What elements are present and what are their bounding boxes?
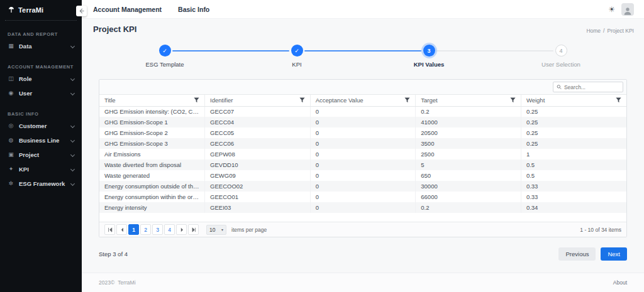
table-cell: 0: [310, 117, 416, 127]
sidebar-item-kpi[interactable]: ✦ KPI: [0, 162, 82, 176]
page-title: Project KPI: [93, 24, 136, 34]
column-header-target[interactable]: Target: [416, 95, 521, 106]
chevron-down-icon: [70, 44, 75, 48]
user-avatar[interactable]: [621, 3, 634, 16]
first-page-icon: [108, 227, 113, 232]
business-line-icon: ◍: [8, 138, 14, 143]
next-page-icon: [179, 227, 184, 232]
table-row[interactable]: GHG Emission intensity: (CO2, CH4)GECC07…: [99, 106, 626, 117]
column-label: Acceptance Value: [316, 97, 364, 104]
table-cell: 0.2: [416, 106, 521, 117]
filter-icon[interactable]: [404, 97, 410, 103]
table-cell: GHG Emission intensity: (CO2, CH4): [99, 106, 205, 117]
sidebar-section-account-management: ACCOUNT MANAGEMENT: [8, 64, 74, 70]
page-size-value: 10: [209, 227, 215, 233]
next-button[interactable]: Next: [601, 247, 627, 261]
sidebar-item-project[interactable]: ▣ Project: [0, 148, 82, 162]
nav-account-management[interactable]: Account Management: [93, 6, 162, 13]
step-1-check-icon[interactable]: ✓: [159, 45, 171, 57]
table-cell: 0.25: [521, 127, 626, 138]
table-cell: 0.5: [521, 160, 626, 170]
chevron-down-icon: [70, 77, 75, 81]
sidebar-item-data[interactable]: ▦ Data: [0, 39, 82, 53]
filter-icon[interactable]: [194, 97, 199, 103]
step-label: KPI Values: [391, 61, 467, 68]
copyright: 2023© TerraMi: [99, 279, 136, 286]
breadcrumb-home[interactable]: Home: [586, 28, 601, 34]
column-header-title[interactable]: Title: [99, 95, 205, 106]
esg-framework-icon: ✲: [8, 181, 14, 187]
app-logo[interactable]: TerraMi: [0, 0, 82, 19]
pager-prev-button[interactable]: [116, 224, 127, 235]
table-cell: Air Emissions: [99, 149, 205, 160]
sidebar-collapse-button[interactable]: [76, 6, 87, 16]
search-box[interactable]: [553, 82, 623, 92]
sidebar-item-esg-framework[interactable]: ✲ ESG Framework: [0, 176, 82, 191]
table-cell: 0: [310, 170, 416, 181]
table-row[interactable]: Energy consumption within the organizati…: [99, 192, 626, 202]
pager-page-4[interactable]: 4: [164, 224, 175, 235]
table-body: GHG Emission intensity: (CO2, CH4)GECC07…: [99, 106, 626, 213]
step-2-check-icon[interactable]: ✓: [291, 45, 303, 57]
table-row[interactable]: Air EmissionsGEPW08025001: [99, 149, 626, 160]
theme-toggle-sun-icon[interactable]: ☀: [608, 6, 615, 13]
step-3-circle[interactable]: 3: [423, 45, 435, 57]
table-row[interactable]: Energy consumption outside of the organi…: [99, 181, 626, 192]
search-input[interactable]: [564, 84, 619, 90]
column-header-weight[interactable]: Weight: [521, 95, 626, 106]
sidebar-item-business-line[interactable]: ◍ Business Line: [0, 133, 82, 148]
breadcrumb-current: Project KPI: [607, 28, 634, 34]
sidebar-item-customer[interactable]: ◎ Customer: [0, 119, 82, 133]
pager-first-button[interactable]: [104, 224, 115, 235]
table-cell: Energy intensity: [99, 202, 205, 213]
last-page-icon: [191, 227, 196, 232]
table-cell: 0.2: [416, 202, 521, 213]
sidebar-section-data-and-report: DATA AND REPORT: [8, 31, 74, 37]
table-cell: GHG Emission-Scope 1: [99, 117, 205, 127]
table-row[interactable]: GHG Emission-Scope 1GECC040410000.25: [99, 117, 626, 127]
table-row[interactable]: Waste diverted from disposalGEVDD10050.5: [99, 160, 626, 170]
items-per-page-label: items per page: [231, 227, 267, 233]
top-navbar: Account Management Basic Info ☀: [82, 0, 644, 19]
table-row[interactable]: GHG Emission-Scope 2GECC050205000.25: [99, 127, 626, 138]
person-icon: [623, 6, 633, 16]
nav-basic-info[interactable]: Basic Info: [178, 6, 209, 13]
table-cell: GEPW08: [205, 149, 311, 160]
table-cell: GECC05: [205, 127, 311, 138]
filter-icon[interactable]: [299, 97, 305, 103]
filter-icon[interactable]: [616, 97, 621, 103]
page-size-dropdown[interactable]: 10 ▾: [206, 225, 226, 235]
table-cell: Energy consumption outside of the organi…: [99, 181, 205, 192]
table-cell: 0: [310, 149, 416, 160]
pager-page-1[interactable]: 1: [128, 224, 139, 235]
column-header-acceptance-value[interactable]: Acceptance Value: [310, 95, 416, 106]
about-link[interactable]: About: [613, 279, 627, 286]
table-cell: GECC04: [205, 117, 311, 127]
sidebar-item-label: Project: [19, 151, 39, 158]
pager-next-button[interactable]: [176, 224, 187, 235]
table-cell: 1: [521, 149, 626, 160]
filter-icon[interactable]: [510, 97, 516, 103]
table-row[interactable]: Energy intensityGEEI0300.20.34: [99, 202, 626, 213]
step-label: KPI: [259, 61, 335, 68]
chevron-down-icon: [70, 167, 75, 171]
sidebar-item-role[interactable]: ◫ Role: [0, 72, 82, 86]
previous-button[interactable]: Previous: [558, 247, 596, 261]
pager-last-button[interactable]: [188, 224, 199, 235]
table-cell: 5: [416, 160, 521, 170]
logo-text: TerraMi: [18, 6, 43, 14]
sidebar-item-label: Customer: [19, 122, 47, 129]
step-4-circle[interactable]: 4: [555, 45, 567, 57]
sidebar-item-label: Business Line: [19, 137, 59, 144]
grid-empty-space: [99, 213, 626, 222]
column-label: Weight: [526, 97, 545, 104]
sidebar-item-user[interactable]: ◉ User: [0, 86, 82, 100]
table-cell: 66000: [416, 192, 521, 202]
column-header-identifier[interactable]: Identifier: [205, 95, 311, 106]
pager-page-3[interactable]: 3: [152, 224, 163, 235]
table-row[interactable]: GHG Emission-Scope 3GECC06035000.25: [99, 138, 626, 149]
pager-page-2[interactable]: 2: [140, 224, 151, 235]
table-cell: 0.33: [521, 192, 626, 202]
table-row[interactable]: Waste generatedGEWG0906500.5: [99, 170, 626, 181]
sidebar-item-label: Role: [19, 75, 32, 82]
